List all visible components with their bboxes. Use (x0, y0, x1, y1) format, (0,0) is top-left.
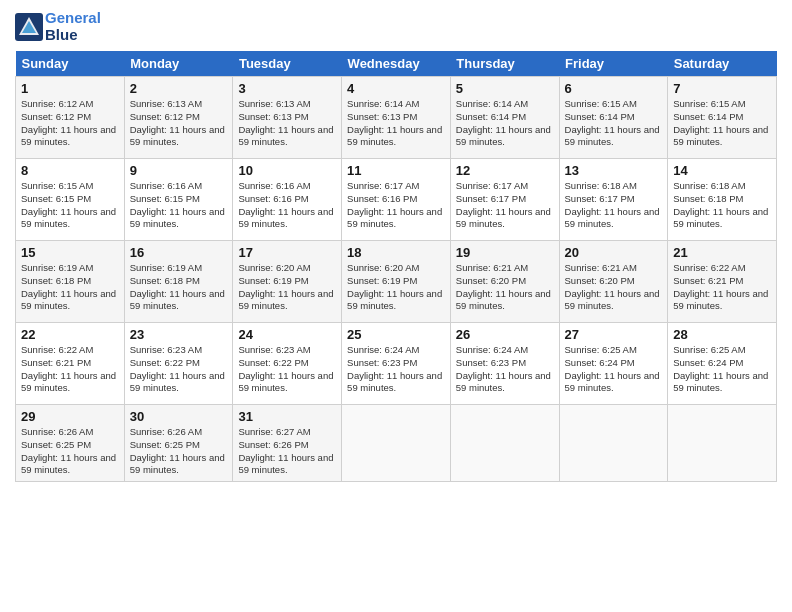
weekday-header-row: SundayMondayTuesdayWednesdayThursdayFrid… (16, 51, 777, 77)
logo-icon (15, 13, 43, 41)
day-number: 18 (347, 245, 445, 260)
calendar-day-25: 25Sunrise: 6:24 AMSunset: 6:23 PMDayligh… (342, 323, 451, 405)
logo: General Blue (15, 10, 101, 43)
calendar-day-19: 19Sunrise: 6:21 AMSunset: 6:20 PMDayligh… (450, 241, 559, 323)
calendar-day-17: 17Sunrise: 6:20 AMSunset: 6:19 PMDayligh… (233, 241, 342, 323)
day-info: Sunrise: 6:20 AMSunset: 6:19 PMDaylight:… (347, 262, 445, 313)
day-number: 29 (21, 409, 119, 424)
empty-cell (342, 405, 451, 482)
main-container: General Blue SundayMondayTuesdayWednesda… (0, 0, 792, 487)
day-info: Sunrise: 6:24 AMSunset: 6:23 PMDaylight:… (347, 344, 445, 395)
day-number: 4 (347, 81, 445, 96)
day-number: 25 (347, 327, 445, 342)
header-row: General Blue (15, 10, 777, 43)
day-info: Sunrise: 6:15 AMSunset: 6:15 PMDaylight:… (21, 180, 119, 231)
logo-text: General Blue (45, 10, 101, 43)
day-info: Sunrise: 6:26 AMSunset: 6:25 PMDaylight:… (130, 426, 228, 477)
calendar-week-5: 29Sunrise: 6:26 AMSunset: 6:25 PMDayligh… (16, 405, 777, 482)
day-number: 14 (673, 163, 771, 178)
day-number: 9 (130, 163, 228, 178)
day-info: Sunrise: 6:13 AMSunset: 6:12 PMDaylight:… (130, 98, 228, 149)
day-number: 8 (21, 163, 119, 178)
day-info: Sunrise: 6:15 AMSunset: 6:14 PMDaylight:… (673, 98, 771, 149)
day-number: 7 (673, 81, 771, 96)
day-number: 20 (565, 245, 663, 260)
day-number: 1 (21, 81, 119, 96)
day-info: Sunrise: 6:21 AMSunset: 6:20 PMDaylight:… (565, 262, 663, 313)
day-number: 16 (130, 245, 228, 260)
day-info: Sunrise: 6:21 AMSunset: 6:20 PMDaylight:… (456, 262, 554, 313)
weekday-header-monday: Monday (124, 51, 233, 77)
calendar-day-3: 3Sunrise: 6:13 AMSunset: 6:13 PMDaylight… (233, 77, 342, 159)
day-info: Sunrise: 6:25 AMSunset: 6:24 PMDaylight:… (565, 344, 663, 395)
calendar-week-2: 8Sunrise: 6:15 AMSunset: 6:15 PMDaylight… (16, 159, 777, 241)
day-number: 12 (456, 163, 554, 178)
calendar-day-24: 24Sunrise: 6:23 AMSunset: 6:22 PMDayligh… (233, 323, 342, 405)
day-info: Sunrise: 6:13 AMSunset: 6:13 PMDaylight:… (238, 98, 336, 149)
calendar-day-20: 20Sunrise: 6:21 AMSunset: 6:20 PMDayligh… (559, 241, 668, 323)
calendar-day-18: 18Sunrise: 6:20 AMSunset: 6:19 PMDayligh… (342, 241, 451, 323)
calendar-week-3: 15Sunrise: 6:19 AMSunset: 6:18 PMDayligh… (16, 241, 777, 323)
day-info: Sunrise: 6:25 AMSunset: 6:24 PMDaylight:… (673, 344, 771, 395)
day-info: Sunrise: 6:19 AMSunset: 6:18 PMDaylight:… (21, 262, 119, 313)
day-info: Sunrise: 6:18 AMSunset: 6:18 PMDaylight:… (673, 180, 771, 231)
day-info: Sunrise: 6:27 AMSunset: 6:26 PMDaylight:… (238, 426, 336, 477)
calendar-day-15: 15Sunrise: 6:19 AMSunset: 6:18 PMDayligh… (16, 241, 125, 323)
weekday-header-wednesday: Wednesday (342, 51, 451, 77)
day-info: Sunrise: 6:17 AMSunset: 6:17 PMDaylight:… (456, 180, 554, 231)
day-info: Sunrise: 6:23 AMSunset: 6:22 PMDaylight:… (130, 344, 228, 395)
day-info: Sunrise: 6:23 AMSunset: 6:22 PMDaylight:… (238, 344, 336, 395)
day-number: 11 (347, 163, 445, 178)
calendar-day-1: 1Sunrise: 6:12 AMSunset: 6:12 PMDaylight… (16, 77, 125, 159)
day-number: 26 (456, 327, 554, 342)
calendar-day-21: 21Sunrise: 6:22 AMSunset: 6:21 PMDayligh… (668, 241, 777, 323)
day-number: 22 (21, 327, 119, 342)
empty-cell (450, 405, 559, 482)
calendar-week-1: 1Sunrise: 6:12 AMSunset: 6:12 PMDaylight… (16, 77, 777, 159)
day-number: 31 (238, 409, 336, 424)
calendar-week-4: 22Sunrise: 6:22 AMSunset: 6:21 PMDayligh… (16, 323, 777, 405)
day-number: 21 (673, 245, 771, 260)
day-info: Sunrise: 6:26 AMSunset: 6:25 PMDaylight:… (21, 426, 119, 477)
calendar-day-11: 11Sunrise: 6:17 AMSunset: 6:16 PMDayligh… (342, 159, 451, 241)
calendar-day-14: 14Sunrise: 6:18 AMSunset: 6:18 PMDayligh… (668, 159, 777, 241)
day-number: 2 (130, 81, 228, 96)
day-info: Sunrise: 6:12 AMSunset: 6:12 PMDaylight:… (21, 98, 119, 149)
day-info: Sunrise: 6:19 AMSunset: 6:18 PMDaylight:… (130, 262, 228, 313)
day-number: 17 (238, 245, 336, 260)
day-info: Sunrise: 6:22 AMSunset: 6:21 PMDaylight:… (21, 344, 119, 395)
calendar-day-6: 6Sunrise: 6:15 AMSunset: 6:14 PMDaylight… (559, 77, 668, 159)
empty-cell (559, 405, 668, 482)
day-number: 28 (673, 327, 771, 342)
calendar-day-26: 26Sunrise: 6:24 AMSunset: 6:23 PMDayligh… (450, 323, 559, 405)
weekday-header-friday: Friday (559, 51, 668, 77)
calendar-day-5: 5Sunrise: 6:14 AMSunset: 6:14 PMDaylight… (450, 77, 559, 159)
weekday-header-saturday: Saturday (668, 51, 777, 77)
calendar-day-7: 7Sunrise: 6:15 AMSunset: 6:14 PMDaylight… (668, 77, 777, 159)
day-info: Sunrise: 6:14 AMSunset: 6:13 PMDaylight:… (347, 98, 445, 149)
day-info: Sunrise: 6:20 AMSunset: 6:19 PMDaylight:… (238, 262, 336, 313)
calendar-day-16: 16Sunrise: 6:19 AMSunset: 6:18 PMDayligh… (124, 241, 233, 323)
calendar-day-30: 30Sunrise: 6:26 AMSunset: 6:25 PMDayligh… (124, 405, 233, 482)
day-number: 3 (238, 81, 336, 96)
day-number: 10 (238, 163, 336, 178)
day-info: Sunrise: 6:17 AMSunset: 6:16 PMDaylight:… (347, 180, 445, 231)
weekday-header-thursday: Thursday (450, 51, 559, 77)
calendar-day-31: 31Sunrise: 6:27 AMSunset: 6:26 PMDayligh… (233, 405, 342, 482)
day-info: Sunrise: 6:16 AMSunset: 6:15 PMDaylight:… (130, 180, 228, 231)
calendar-day-23: 23Sunrise: 6:23 AMSunset: 6:22 PMDayligh… (124, 323, 233, 405)
day-number: 24 (238, 327, 336, 342)
weekday-header-tuesday: Tuesday (233, 51, 342, 77)
calendar-day-28: 28Sunrise: 6:25 AMSunset: 6:24 PMDayligh… (668, 323, 777, 405)
calendar-day-13: 13Sunrise: 6:18 AMSunset: 6:17 PMDayligh… (559, 159, 668, 241)
calendar-table: SundayMondayTuesdayWednesdayThursdayFrid… (15, 51, 777, 482)
calendar-day-29: 29Sunrise: 6:26 AMSunset: 6:25 PMDayligh… (16, 405, 125, 482)
calendar-day-22: 22Sunrise: 6:22 AMSunset: 6:21 PMDayligh… (16, 323, 125, 405)
calendar-day-8: 8Sunrise: 6:15 AMSunset: 6:15 PMDaylight… (16, 159, 125, 241)
calendar-day-12: 12Sunrise: 6:17 AMSunset: 6:17 PMDayligh… (450, 159, 559, 241)
day-info: Sunrise: 6:16 AMSunset: 6:16 PMDaylight:… (238, 180, 336, 231)
calendar-day-10: 10Sunrise: 6:16 AMSunset: 6:16 PMDayligh… (233, 159, 342, 241)
day-number: 13 (565, 163, 663, 178)
weekday-header-sunday: Sunday (16, 51, 125, 77)
day-number: 6 (565, 81, 663, 96)
